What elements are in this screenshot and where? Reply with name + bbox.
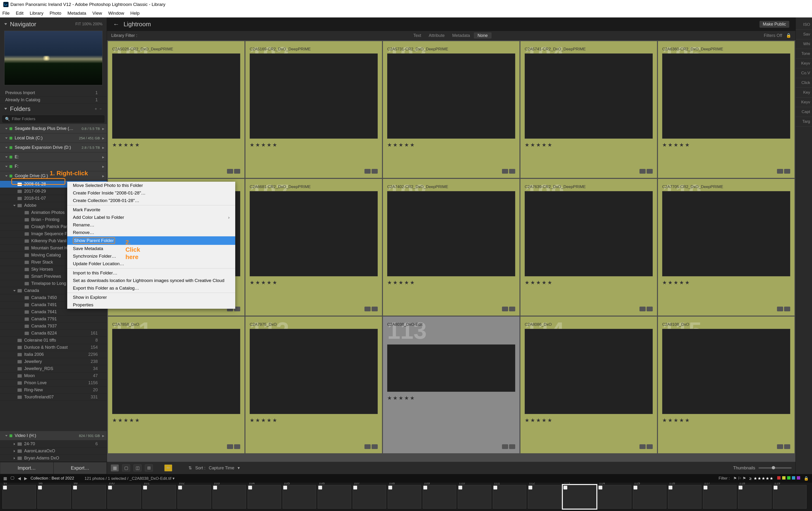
thumbnail-image[interactable] bbox=[662, 54, 790, 139]
grid-cell[interactable]: 102C2A5169-CR2_DxO_DeepPRIME★★★★★ bbox=[245, 41, 382, 178]
folder-item[interactable]: Jewellery238 bbox=[0, 358, 107, 365]
thumbnail-image[interactable] bbox=[112, 54, 240, 139]
thumbnail-image[interactable] bbox=[250, 329, 378, 414]
filmstrip-thumb[interactable]: 110 bbox=[458, 485, 491, 509]
badge-icon[interactable] bbox=[646, 169, 653, 174]
rating-stars[interactable]: ★★★★★ bbox=[112, 417, 240, 423]
filmstrip-thumb[interactable]: 105 bbox=[283, 485, 316, 509]
badge-icon[interactable] bbox=[365, 444, 371, 449]
menu-view[interactable]: View bbox=[92, 11, 102, 16]
badge-icon[interactable] bbox=[509, 307, 515, 311]
catalog-row[interactable]: Previous Import1 bbox=[0, 89, 107, 96]
rating-stars[interactable]: ★★★★★ bbox=[525, 142, 653, 148]
survey-view-icon[interactable]: ⊞ bbox=[145, 464, 153, 472]
loupe-view-icon[interactable]: ▢ bbox=[122, 464, 130, 472]
right-panel-section[interactable]: Sav bbox=[796, 30, 812, 39]
context-menu-item[interactable]: Create Collection "2008-01-28"… bbox=[67, 197, 235, 204]
context-menu-item[interactable]: Properties bbox=[67, 301, 235, 309]
folder-context-menu[interactable]: Move Selected Photo to this FolderCreate… bbox=[67, 182, 235, 309]
thumbnail-image[interactable] bbox=[662, 191, 790, 276]
grid-cell[interactable]: 112C2A7975_DxO★★★★★ bbox=[245, 317, 382, 453]
filmstrip-thumb[interactable]: 116 bbox=[668, 485, 701, 509]
context-menu-item[interactable]: Remove… bbox=[67, 229, 235, 236]
badge-icon[interactable] bbox=[777, 307, 783, 311]
thumb-size-slider[interactable] bbox=[758, 467, 792, 469]
thumbnail-image[interactable] bbox=[525, 329, 653, 414]
grid-cell[interactable]: 111C2A7858_DxO★★★★★ bbox=[108, 317, 244, 453]
badge-icon[interactable] bbox=[234, 444, 240, 449]
filmstrip-thumb[interactable]: 106 bbox=[318, 485, 351, 509]
color-filter-swatches[interactable] bbox=[777, 476, 801, 481]
filter-lock-icon[interactable]: 🔒 bbox=[804, 476, 809, 481]
grid-cell[interactable]: 105C2A6360-CR2_DxO_DeepPRIME★★★★★ bbox=[658, 41, 794, 178]
badge-icon[interactable] bbox=[365, 169, 371, 174]
badge-icon[interactable] bbox=[639, 169, 646, 174]
grid-cell[interactable]: 104C2A5741-CR2_DxO_DeepPRIME★★★★★ bbox=[520, 41, 657, 178]
volume-header[interactable]: F:▸ bbox=[0, 162, 107, 171]
filmstrip-thumb[interactable]: 102 bbox=[177, 485, 211, 509]
context-menu-item[interactable]: Show in Explorer bbox=[67, 294, 235, 301]
context-menu-item[interactable]: Update Folder Location… bbox=[67, 260, 235, 268]
grid-cell[interactable]: 103C2A5731-CR2_DxO_DeepPRIME★★★★★ bbox=[383, 41, 520, 178]
folder-item[interactable]: Ring-New20 bbox=[0, 387, 107, 394]
filmstrip-thumb[interactable]: 97 bbox=[2, 485, 36, 509]
badge-icon[interactable] bbox=[639, 307, 646, 311]
filmstrip-thumb[interactable]: 108 bbox=[388, 485, 421, 509]
context-menu-item[interactable]: Add Color Label to Folder› bbox=[67, 214, 235, 221]
context-menu-item[interactable]: Set as downloads location for Lightroom … bbox=[67, 277, 235, 284]
thumbnail-image[interactable] bbox=[387, 54, 515, 139]
badge-icon[interactable] bbox=[227, 444, 233, 449]
filmstrip-thumb[interactable]: 103 bbox=[212, 485, 246, 509]
context-menu-item[interactable]: Export this Folder as a Catalog… bbox=[67, 284, 235, 292]
thumbnail-image[interactable] bbox=[250, 54, 378, 139]
sort-direction-icon[interactable]: ⇅ bbox=[188, 465, 192, 471]
folder-item[interactable]: Canada 7937 bbox=[0, 323, 107, 330]
menu-library[interactable]: Library bbox=[30, 11, 43, 16]
grid-cell[interactable]: 113C2A8038_DxO-Edit★★★★★ bbox=[383, 317, 520, 453]
folder-item[interactable]: Canada 8224161 bbox=[0, 330, 107, 337]
folder-item[interactable]: TourofIreland07331 bbox=[0, 394, 107, 401]
folder-item[interactable]: Bryan Adams DxO bbox=[0, 455, 107, 462]
folder-item[interactable]: Prison Love1156 bbox=[0, 380, 107, 387]
filmstrip[interactable]: 9798991001011021031041051061071081091101… bbox=[0, 483, 812, 511]
back-arrow-icon[interactable]: ← bbox=[113, 21, 119, 28]
filmstrip-thumb[interactable]: 107 bbox=[353, 485, 386, 509]
rating-stars[interactable]: ★★★★★ bbox=[387, 142, 515, 148]
grid-cell[interactable]: 108C2A7402-CR2_DxO_DeepPRIME★★★★★ bbox=[383, 179, 520, 315]
folder-item[interactable]: Dunluce & North Coast154 bbox=[0, 344, 107, 351]
filmstrip-thumb[interactable]: 101 bbox=[143, 485, 176, 509]
grid-cell[interactable]: 107C2A6681-CR2_DxO_DeepPRIME★★★★★ bbox=[245, 179, 382, 315]
badge-icon[interactable] bbox=[509, 444, 515, 449]
right-panel-section[interactable]: Tone bbox=[796, 49, 812, 59]
sort-dropdown[interactable]: Capture Time bbox=[209, 465, 234, 471]
badge-icon[interactable] bbox=[227, 169, 233, 174]
badge-icon[interactable] bbox=[639, 444, 646, 449]
folder-item[interactable]: Canada 7641 bbox=[0, 308, 107, 315]
rating-stars[interactable]: ★★★★★ bbox=[387, 395, 515, 401]
menu-file[interactable]: File bbox=[2, 11, 10, 16]
context-menu-item[interactable]: Rename… bbox=[67, 221, 235, 229]
navigator-header[interactable]: Navigator FIT 100% 200% bbox=[0, 18, 107, 31]
right-panel-section[interactable]: Capt bbox=[796, 107, 812, 117]
grid-toolbar[interactable]: ▦ ▢ ◫ ⊞ ✏ ⇅ Sort : Capture Time ▾ Thumbn… bbox=[107, 462, 795, 474]
grid-cell[interactable]: 114C2A8086_DxO★★★★★ bbox=[520, 317, 657, 453]
navigator-preview[interactable] bbox=[4, 31, 103, 85]
context-menu-item[interactable]: Move Selected Photo to this Folder bbox=[67, 182, 235, 189]
rating-stars[interactable]: ★★★★★ bbox=[662, 142, 790, 148]
grid-cell[interactable]: 110C2A7705-CR2_DxO_DeepPRIME★★★★★ bbox=[658, 179, 794, 315]
right-panel-section[interactable]: Whi bbox=[796, 39, 812, 49]
filmstrip-thumb[interactable]: 111 bbox=[493, 485, 526, 509]
badge-icon[interactable] bbox=[784, 307, 790, 311]
folder-item[interactable]: Moon47 bbox=[0, 372, 107, 380]
badge-icon[interactable] bbox=[784, 169, 790, 174]
context-menu-item[interactable]: Save Metadata bbox=[67, 245, 235, 252]
go-back-icon[interactable]: ◀ bbox=[18, 476, 21, 481]
compare-view-icon[interactable]: ◫ bbox=[134, 464, 142, 472]
rating-stars[interactable]: ★★★★★ bbox=[112, 142, 240, 148]
badge-icon[interactable] bbox=[777, 444, 783, 449]
context-menu-item[interactable]: Import to this Folder… bbox=[67, 269, 235, 277]
filmstrip-thumb[interactable]: 112 bbox=[528, 485, 561, 509]
volume-header[interactable]: Video I (H:)824 / 931 GB▸ bbox=[0, 431, 107, 441]
filmstrip-thumb[interactable]: 114 bbox=[598, 485, 631, 509]
badge-icon[interactable] bbox=[509, 169, 515, 174]
